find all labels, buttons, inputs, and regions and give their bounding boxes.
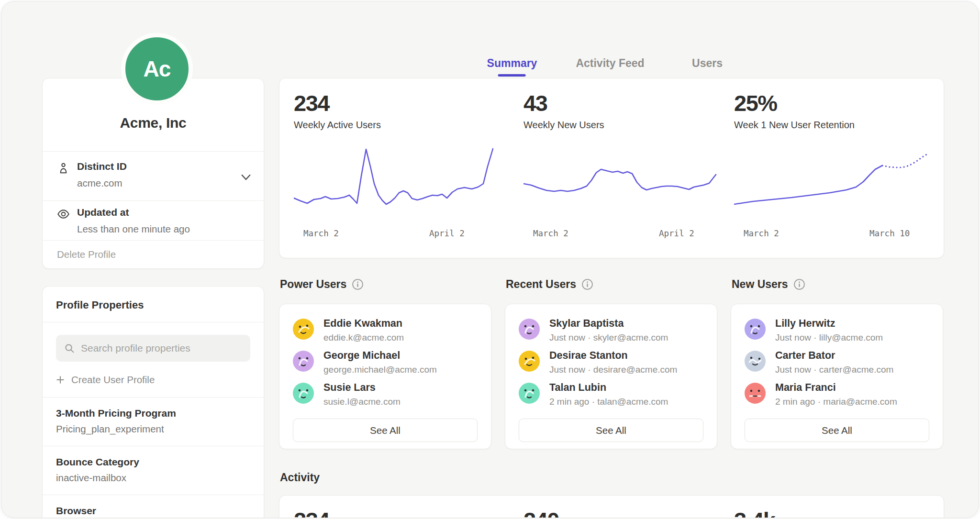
property-row[interactable]: Browser Chrome [43, 495, 264, 518]
user-avatar [293, 351, 314, 372]
stat-weekly-active-users: 234 Weekly Active Users March 2 April 2 [294, 78, 500, 258]
profile-properties-card: Profile Properties Create User Profile 3… [42, 286, 264, 518]
distinct-id-label: Distinct ID [77, 161, 249, 172]
user-avatar [519, 351, 540, 372]
property-value: inactive-mailbox [56, 472, 250, 484]
divider [43, 240, 264, 241]
user-avatar [745, 351, 766, 372]
distinct-id-value: acme.com [77, 177, 249, 189]
search-input[interactable] [56, 342, 250, 354]
tab-summary[interactable]: Summary [487, 57, 537, 77]
user-row[interactable]: Skylar Baptista Just now · skyler@acme.c… [519, 318, 707, 345]
chevron-down-icon[interactable] [241, 174, 251, 181]
user-row[interactable]: Eddie Kwakman eddie.k@acme.com [293, 318, 481, 345]
user-name: Talan Lubin [549, 382, 606, 394]
see-all-button[interactable]: See All [745, 419, 929, 442]
weekly-active-users-sparkline [294, 142, 500, 222]
tab-activity-feed-label: Activity Feed [576, 57, 644, 69]
main-content: Summary Activity Feed Users 234 Weekly A… [279, 1, 943, 518]
see-all-button[interactable]: See All [293, 419, 478, 442]
property-label: Bounce Category [56, 456, 250, 468]
x-axis-end-label: April 2 [659, 229, 694, 238]
stat-week1-retention: 25% Week 1 New User Retention March 2 Ma… [734, 78, 940, 258]
power-users-card: Eddie Kwakman eddie.k@acme.com George Mi… [279, 304, 491, 449]
info-icon[interactable] [793, 278, 805, 290]
user-row[interactable]: Desirae Stanton Just now · desirare@acme… [519, 350, 707, 377]
user-detail: 2 min ago · talan@acme.com [549, 397, 668, 407]
profile-card: Acme, Inc Distinct ID acme.com Updated a… [42, 78, 264, 269]
delete-profile-button[interactable]: Delete Profile [57, 249, 116, 260]
x-axis-start-label: March 2 [533, 229, 568, 238]
property-value: Pricing_plan_experiment [56, 423, 250, 435]
x-axis-start-label: March 2 [303, 229, 339, 238]
create-user-profile-button[interactable]: Create User Profile [56, 374, 250, 386]
user-name: Lilly Herwitz [775, 318, 835, 330]
updated-at-row: Updated at Less than one minute ago [43, 207, 264, 235]
new-users-title: New Users [732, 278, 788, 291]
divider [43, 200, 264, 201]
property-row[interactable]: Bounce Category inactive-mailbox [43, 446, 264, 495]
summary-card: 234 Weekly Active Users March 2 April 2 … [279, 78, 944, 258]
stat-label: Weekly New Users [523, 120, 604, 131]
user-row[interactable]: George Michael george.michael@acme.com [293, 350, 481, 377]
user-detail: susie.l@acme.com [323, 397, 401, 407]
user-row[interactable]: Maria Franci 2 min ago · maria@acme.com [745, 382, 933, 409]
user-avatar [745, 319, 766, 340]
user-detail: Just now · skyler@acme.com [549, 332, 668, 343]
activity-stat: 234 [294, 496, 500, 518]
info-icon[interactable] [352, 278, 364, 290]
x-axis-end-label: March 10 [869, 229, 910, 238]
x-axis-end-label: April 2 [429, 229, 465, 238]
updated-at-value: Less than one minute ago [77, 223, 249, 235]
property-row[interactable]: 3-Month Pricing Program Pricing_plan_exp… [43, 398, 264, 446]
stat-label: Week 1 New User Retention [734, 120, 855, 131]
stat-value: 240 [523, 507, 559, 518]
property-label: Browser [56, 505, 250, 517]
tab-users[interactable]: Users [692, 57, 723, 70]
stat-label: Weekly Active Users [294, 120, 381, 131]
user-name: Maria Franci [775, 382, 836, 394]
tab-users-label: Users [692, 57, 723, 69]
person-icon [57, 162, 70, 175]
see-all-button[interactable]: See All [519, 419, 703, 442]
eye-icon [57, 208, 70, 221]
user-row[interactable]: Lilly Herwitz Just now · lilly@acme.com [745, 318, 933, 345]
stat-value: 3.4k [734, 507, 775, 518]
user-name: Susie Lars [323, 382, 376, 394]
property-label: 3-Month Pricing Program [56, 408, 250, 419]
distinct-id-row[interactable]: Distinct ID acme.com [43, 161, 264, 189]
x-axis-start-label: March 2 [744, 229, 779, 238]
stat-value: 234 [294, 507, 329, 518]
company-avatar-initials: Ac [144, 56, 171, 82]
company-name: Acme, Inc [43, 115, 264, 131]
app-frame: Ac Acme, Inc Distinct ID acme.com Update… [1, 1, 979, 518]
weekly-new-users-sparkline [523, 142, 729, 222]
user-row[interactable]: Talan Lubin 2 min ago · talan@acme.com [519, 382, 707, 409]
retention-sparkline [734, 142, 940, 222]
stat-value: 234 [294, 90, 329, 116]
user-detail: Just now · lilly@acme.com [775, 332, 883, 343]
user-detail: Just now · carter@acme.com [775, 364, 893, 375]
create-user-profile-label: Create User Profile [71, 374, 155, 386]
recent-users-header: Recent Users [506, 278, 593, 291]
user-name: Skylar Baptista [549, 318, 624, 330]
activity-card: 234 240 3.4k [279, 495, 944, 518]
activity-title: Activity [280, 471, 320, 484]
user-detail: eddie.k@acme.com [323, 332, 404, 343]
user-avatar [293, 319, 314, 340]
tab-summary-label: Summary [487, 57, 537, 69]
user-row[interactable]: Susie Lars susie.l@acme.com [293, 382, 481, 409]
info-icon[interactable] [581, 278, 593, 290]
plus-icon [56, 375, 65, 384]
tab-activity-feed[interactable]: Activity Feed [576, 57, 644, 70]
user-name: Carter Bator [775, 350, 835, 362]
user-name: Desirae Stanton [549, 350, 628, 362]
company-avatar: Ac [121, 33, 193, 105]
search-box [56, 335, 250, 362]
search-icon [64, 343, 75, 353]
power-users-header: Power Users [280, 278, 364, 291]
user-row[interactable]: Carter Bator Just now · carter@acme.com [745, 350, 933, 377]
recent-users-title: Recent Users [506, 278, 576, 291]
updated-at-label: Updated at [77, 207, 249, 218]
stat-value: 43 [523, 90, 547, 116]
